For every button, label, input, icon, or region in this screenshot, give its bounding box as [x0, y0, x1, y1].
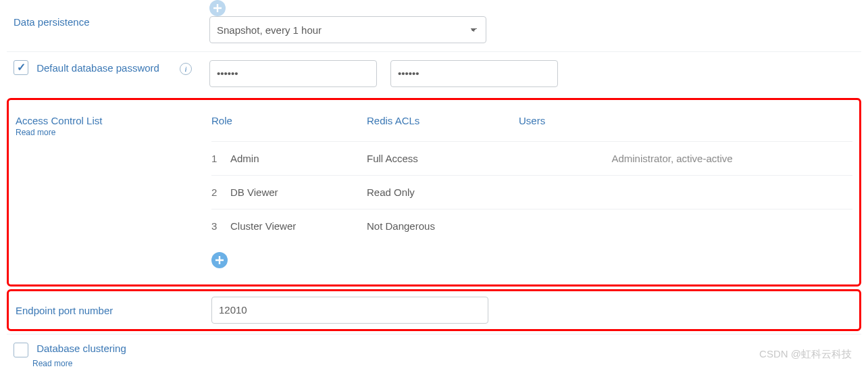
password-field-2[interactable] — [390, 60, 558, 87]
acl-header-redis: Redis ACLs — [367, 115, 519, 126]
database-clustering-label: Database clustering — [36, 343, 126, 354]
acl-row[interactable]: 2 DB Viewer Read Only — [211, 175, 852, 209]
default-password-checkbox[interactable] — [14, 60, 28, 75]
acl-highlight: Access Control List Read more Role Redis… — [7, 98, 861, 287]
endpoint-highlight: Endpoint port number — [7, 289, 861, 331]
top-plus-icon[interactable] — [209, 0, 226, 16]
acl-row[interactable]: 1 Admin Full Access Administrator, activ… — [211, 141, 852, 175]
acl-header-role: Role — [211, 115, 367, 126]
endpoint-port-input[interactable] — [211, 297, 488, 324]
database-clustering-checkbox[interactable] — [14, 343, 28, 357]
acl-row-index: 3 — [211, 220, 230, 232]
acl-row-role: DB Viewer — [230, 186, 367, 198]
acl-row-redis: Full Access — [367, 153, 519, 164]
acl-row[interactable]: 3 Cluster Viewer Not Dangerous — [211, 209, 852, 243]
acl-row-role: Cluster Viewer — [230, 220, 367, 232]
endpoint-port-label: Endpoint port number — [16, 305, 211, 316]
acl-row-index: 1 — [211, 153, 230, 164]
data-persistence-label: Data persistence — [14, 16, 209, 28]
acl-row-role: Admin — [230, 153, 367, 164]
data-persistence-select[interactable]: Snapshot, every 1 hour — [209, 16, 486, 43]
acl-row-index: 2 — [211, 186, 230, 198]
password-field-1[interactable] — [209, 60, 377, 87]
info-icon[interactable]: i — [180, 63, 192, 75]
acl-title: Access Control List — [16, 115, 211, 126]
default-password-label: Default database password — [36, 62, 159, 74]
acl-add-button[interactable] — [211, 252, 228, 268]
acl-read-more-link[interactable]: Read more — [16, 128, 211, 137]
acl-row-users: Administrator, active-active — [519, 153, 852, 164]
acl-header-users: Users — [519, 115, 852, 126]
acl-header-row: Role Redis ACLs Users — [211, 115, 852, 141]
acl-row-redis: Not Dangerous — [367, 220, 519, 232]
acl-row-redis: Read Only — [367, 186, 519, 198]
clustering-read-more-link[interactable]: Read more — [32, 359, 209, 368]
